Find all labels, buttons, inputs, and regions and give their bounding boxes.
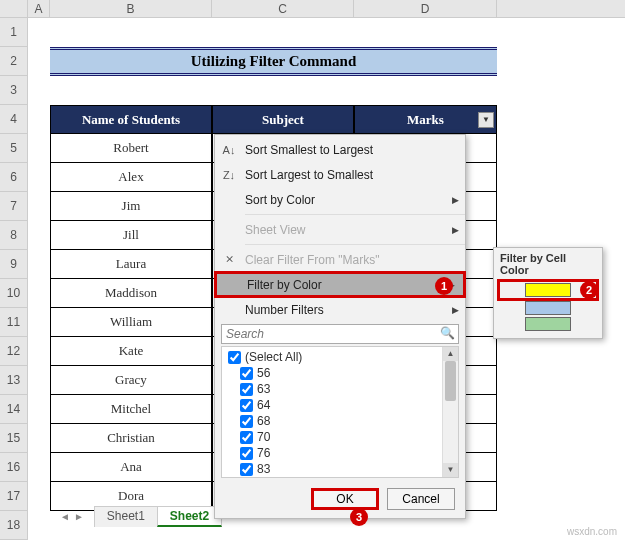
checklist-scrollbar[interactable]: ▲ ▼ — [442, 347, 458, 477]
cell-name[interactable]: Jim — [50, 192, 212, 221]
menu-sheet-view: Sheet View ▶ — [215, 217, 465, 242]
header-subject: Subject — [212, 105, 354, 134]
col-header-c[interactable]: C — [212, 0, 354, 17]
menu-label: Sheet View — [245, 223, 452, 237]
select-all-corner[interactable] — [0, 0, 28, 17]
cell-name[interactable]: Christian — [50, 424, 212, 453]
check-label: (Select All) — [245, 350, 302, 364]
sheet-tabs: ◄ ► Sheet1 Sheet2 — [60, 506, 221, 527]
checkbox[interactable] — [240, 367, 253, 380]
tab-nav-prev-icon[interactable]: ◄ — [60, 511, 70, 522]
checkbox[interactable] — [240, 463, 253, 476]
row-header[interactable]: 2 — [0, 47, 28, 76]
cell-name[interactable]: Robert — [50, 134, 212, 163]
menu-label: Filter by Color — [247, 278, 448, 292]
menu-number-filters[interactable]: Number Filters ▶ — [215, 297, 465, 322]
row-header[interactable]: 14 — [0, 395, 28, 424]
row-header[interactable]: 10 — [0, 279, 28, 308]
col-header-b[interactable]: B — [50, 0, 212, 17]
menu-label: Sort Smallest to Largest — [245, 143, 459, 157]
color-swatch-green[interactable] — [500, 316, 596, 332]
cell-name[interactable]: Ana — [50, 453, 212, 482]
tab-nav-next-icon[interactable]: ► — [74, 511, 84, 522]
menu-label: Clear Filter From "Marks" — [245, 253, 459, 267]
cell-name[interactable]: Laura — [50, 250, 212, 279]
col-header-a[interactable]: A — [28, 0, 50, 17]
row-header[interactable]: 6 — [0, 163, 28, 192]
row-header[interactable]: 3 — [0, 76, 28, 105]
color-swatch-blue[interactable] — [500, 300, 596, 316]
check-select-all[interactable]: (Select All) — [222, 349, 458, 365]
cell-name[interactable]: Gracy — [50, 366, 212, 395]
check-value[interactable]: 68 — [222, 413, 458, 429]
cell-name[interactable]: Alex — [50, 163, 212, 192]
watermark: wsxdn.com — [567, 526, 617, 537]
row-header[interactable]: 5 — [0, 134, 28, 163]
row-header[interactable]: 12 — [0, 337, 28, 366]
row-header[interactable]: 4 — [0, 105, 28, 134]
row-header[interactable]: 7 — [0, 192, 28, 221]
cell-name[interactable]: Jill — [50, 221, 212, 250]
cell-name[interactable]: William — [50, 308, 212, 337]
row-header[interactable]: 1 — [0, 18, 28, 47]
cancel-button[interactable]: Cancel — [387, 488, 455, 510]
menu-sort-by-color[interactable]: Sort by Color ▶ — [215, 187, 465, 212]
menu-sort-asc[interactable]: A↓ Sort Smallest to Largest — [215, 137, 465, 162]
filter-values-checklist: (Select All) 56 63 64 68 70 76 83 87 ▲ ▼ — [221, 346, 459, 478]
sheet-tab-sheet2[interactable]: Sheet2 — [157, 506, 222, 527]
menu-label: Sort Largest to Smallest — [245, 168, 459, 182]
swatch-icon — [525, 317, 571, 331]
check-value[interactable]: 64 — [222, 397, 458, 413]
filter-search-input[interactable] — [221, 324, 459, 344]
chevron-right-icon: ▶ — [452, 195, 459, 205]
row-header[interactable]: 9 — [0, 250, 28, 279]
checkbox[interactable] — [240, 399, 253, 412]
menu-filter-by-color[interactable]: Filter by Color ▶ 1 — [214, 271, 466, 298]
checkbox[interactable] — [240, 431, 253, 444]
menu-label: Sort by Color — [245, 193, 452, 207]
sheet-tab-sheet1[interactable]: Sheet1 — [94, 506, 158, 527]
row-header[interactable]: 16 — [0, 453, 28, 482]
check-label: 56 — [257, 366, 270, 380]
scroll-up-icon[interactable]: ▲ — [443, 347, 458, 361]
menu-separator — [245, 244, 465, 245]
check-label: 64 — [257, 398, 270, 412]
row-header[interactable]: 15 — [0, 424, 28, 453]
clear-filter-icon: ⨯ — [219, 253, 239, 266]
row-header[interactable]: 18 — [0, 511, 28, 540]
tab-nav-controls[interactable]: ◄ ► — [60, 506, 84, 527]
scroll-thumb[interactable] — [445, 361, 456, 401]
row-header[interactable]: 11 — [0, 308, 28, 337]
filter-dropdown-button[interactable]: ▼ — [478, 112, 494, 128]
column-headers-row: A B C D — [0, 0, 625, 18]
check-label: 68 — [257, 414, 270, 428]
menu-search-row: 🔍 — [221, 324, 459, 344]
menu-sort-desc[interactable]: Z↓ Sort Largest to Smallest — [215, 162, 465, 187]
ok-button[interactable]: OK — [311, 488, 379, 510]
menu-label: Number Filters — [245, 303, 452, 317]
checkbox[interactable] — [240, 383, 253, 396]
check-value[interactable]: 56 — [222, 365, 458, 381]
filter-context-menu: A↓ Sort Smallest to Largest Z↓ Sort Larg… — [214, 134, 466, 519]
checkbox[interactable] — [228, 351, 241, 364]
cell-name[interactable]: Mitchel — [50, 395, 212, 424]
check-value[interactable]: 76 — [222, 445, 458, 461]
check-value[interactable]: 63 — [222, 381, 458, 397]
checkbox[interactable] — [240, 415, 253, 428]
color-swatch-yellow[interactable]: 2 — [497, 279, 599, 301]
cell-name[interactable]: Kate — [50, 337, 212, 366]
check-value[interactable]: 87 — [222, 477, 458, 478]
row-header[interactable]: 17 — [0, 482, 28, 511]
col-header-d[interactable]: D — [354, 0, 497, 17]
check-value[interactable]: 70 — [222, 429, 458, 445]
scroll-down-icon[interactable]: ▼ — [443, 463, 458, 477]
row-header[interactable]: 13 — [0, 366, 28, 395]
checkbox[interactable] — [240, 447, 253, 460]
menu-separator — [245, 214, 465, 215]
check-value[interactable]: 83 — [222, 461, 458, 477]
chevron-right-icon: ▶ — [452, 305, 459, 315]
cell-name[interactable]: Maddison — [50, 279, 212, 308]
check-label: 70 — [257, 430, 270, 444]
row-header[interactable]: 8 — [0, 221, 28, 250]
header-marks-label: Marks — [407, 112, 444, 127]
